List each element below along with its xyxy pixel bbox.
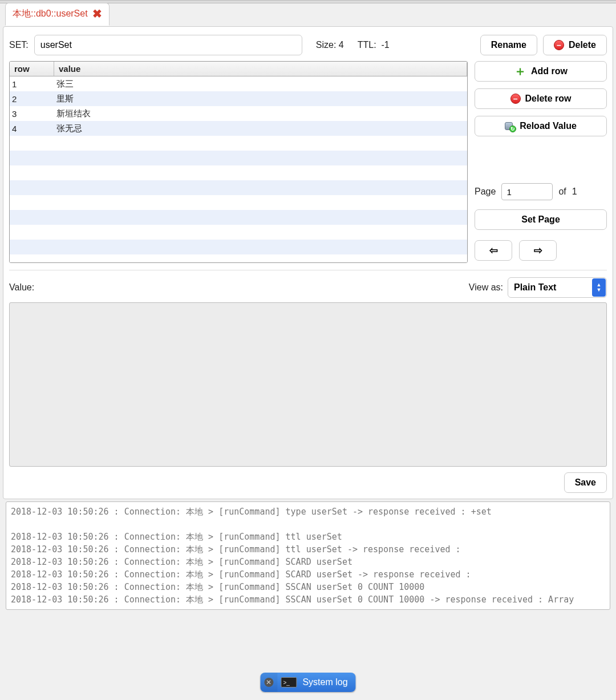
key-type-label: SET: xyxy=(9,40,29,50)
terminal-icon: >_ xyxy=(281,677,297,687)
delete-row-button[interactable]: – Delete row xyxy=(475,88,607,109)
arrow-right-icon: ⇨ xyxy=(534,244,542,257)
page-input[interactable] xyxy=(501,183,553,200)
rename-button[interactable]: Rename xyxy=(480,35,537,55)
table-row-empty xyxy=(10,151,467,165)
log-line: 2018-12-03 10:50:26 : Connection: 本地 > [… xyxy=(11,581,605,593)
next-page-button[interactable]: ⇨ xyxy=(519,240,557,261)
delete-button[interactable]: – Delete xyxy=(543,35,607,55)
table-row-empty xyxy=(10,225,467,240)
table-header: row value xyxy=(10,62,467,76)
save-button[interactable]: Save xyxy=(564,472,607,493)
system-log-bar[interactable]: ✕ >_ System log xyxy=(260,673,355,692)
cell-row: 3 xyxy=(10,109,54,119)
table-row[interactable]: 3新垣结衣 xyxy=(10,106,467,121)
value-textarea[interactable] xyxy=(9,302,607,467)
main-panel: SET: Size: 4 TTL: -1 Rename – Delete row… xyxy=(3,26,613,499)
cell-value: 里斯 xyxy=(54,94,467,104)
value-label: Value: xyxy=(9,282,34,293)
prev-page-button[interactable]: ⇦ xyxy=(475,240,512,261)
add-row-button[interactable]: ＋ Add row xyxy=(475,61,607,82)
col-row-header[interactable]: row xyxy=(10,62,54,76)
log-line: 2018-12-03 10:50:26 : Connection: 本地 > [… xyxy=(11,531,605,543)
log-line: 2018-12-03 10:50:26 : Connection: 本地 > [… xyxy=(11,543,605,556)
key-name-input[interactable] xyxy=(34,35,302,55)
log-line xyxy=(11,518,605,531)
close-icon: ✕ xyxy=(264,678,273,687)
divider xyxy=(9,270,607,270)
table-row-empty xyxy=(10,165,467,180)
cell-value: 张无忌 xyxy=(54,123,467,134)
col-value-header[interactable]: value xyxy=(54,62,467,76)
log-line: 2018-12-03 10:50:26 : Connection: 本地 > [… xyxy=(11,593,605,606)
table-row-empty xyxy=(10,136,467,151)
table-row-empty xyxy=(10,210,467,225)
cell-row: 4 xyxy=(10,124,54,133)
cell-value: 张三 xyxy=(54,79,467,90)
log-line: 2018-12-03 10:50:26 : Connection: 本地 > [… xyxy=(11,505,605,518)
table-row-empty xyxy=(10,180,467,195)
page-label: Page xyxy=(475,187,496,197)
close-icon[interactable]: ✖ xyxy=(92,7,102,21)
log-line: 2018-12-03 10:50:26 : Connection: 本地 > [… xyxy=(11,556,605,568)
reload-value-button[interactable]: ↻ Reload Value xyxy=(475,116,607,136)
table-row-empty xyxy=(10,254,467,263)
set-page-button[interactable]: Set Page xyxy=(475,209,607,230)
total-pages: 1 xyxy=(572,187,577,197)
delete-icon: – xyxy=(554,40,564,50)
ttl-label: TTL: -1 xyxy=(358,40,390,50)
table-row[interactable]: 2里斯 xyxy=(10,91,467,106)
cell-value: 新垣结衣 xyxy=(54,108,467,119)
pagination-row: Page of 1 xyxy=(475,183,607,200)
log-panel[interactable]: 2018-12-03 10:50:26 : Connection: 本地 > [… xyxy=(6,501,610,610)
size-label: Size: 4 xyxy=(316,40,344,50)
table-row[interactable]: 4张无忌 xyxy=(10,121,467,136)
system-log-label: System log xyxy=(300,677,355,687)
log-line: 2018-12-03 10:50:26 : Connection: 本地 > [… xyxy=(11,568,605,581)
key-header: SET: Size: 4 TTL: -1 Rename – Delete xyxy=(3,29,613,61)
syslog-close-button[interactable]: ✕ xyxy=(260,673,277,692)
view-as-label: View as: xyxy=(469,282,503,293)
reload-icon: ↻ xyxy=(505,121,515,131)
cell-row: 2 xyxy=(10,94,54,104)
chevron-updown-icon[interactable]: ▲▼ xyxy=(592,278,606,297)
data-table[interactable]: row value 1张三2里斯3新垣结衣4张无忌 xyxy=(9,61,468,263)
tab-bar: 本地::db0::userSet ✖ xyxy=(3,3,613,26)
row-actions: ＋ Add row – Delete row ↻ Reload Value Pa… xyxy=(475,61,607,263)
of-label: of xyxy=(558,187,566,197)
minus-icon: – xyxy=(510,94,521,104)
table-body: 1张三2里斯3新垣结衣4张无忌 xyxy=(10,76,467,263)
cell-row: 1 xyxy=(10,79,54,89)
table-row[interactable]: 1张三 xyxy=(10,76,467,91)
table-row-empty xyxy=(10,195,467,210)
tab-title: 本地::db0::userSet xyxy=(13,8,88,20)
view-as-select[interactable]: ▲▼ xyxy=(508,277,607,298)
arrow-left-icon: ⇦ xyxy=(489,244,498,257)
tab-userset[interactable]: 本地::db0::userSet ✖ xyxy=(5,3,110,26)
table-row-empty xyxy=(10,240,467,254)
